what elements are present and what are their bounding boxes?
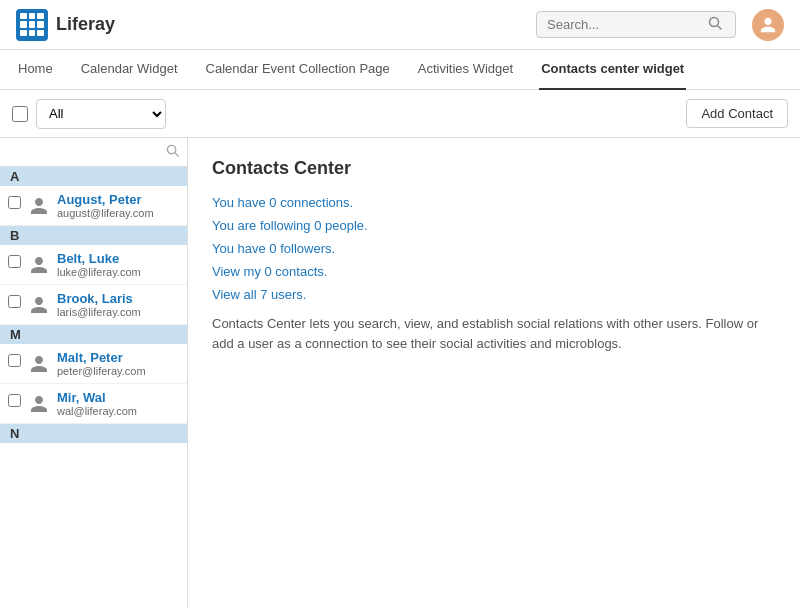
contact-avatar-icon [27,253,51,277]
avatar[interactable] [752,9,784,41]
contact-avatar-icon [27,293,51,317]
nav-item-activities-widget[interactable]: Activities Widget [416,50,515,90]
sidebar-search-icon [166,144,179,160]
logo-grid-icon [16,9,48,41]
contact-checkbox[interactable] [8,295,21,308]
contact-checkbox[interactable] [8,196,21,209]
contact-email: luke@liferay.com [57,266,141,278]
add-contact-button[interactable]: Add Contact [686,99,788,128]
contact-email: wal@liferay.com [57,405,137,417]
contact-info: Belt, Luke luke@liferay.com [57,251,141,278]
contact-email: august@liferay.com [57,207,154,219]
contact-name[interactable]: Belt, Luke [57,251,141,266]
following-link[interactable]: You are following 0 people. [212,218,776,233]
followers-link[interactable]: You have 0 followers. [212,241,776,256]
panel-description: Contacts Center lets you search, view, a… [212,314,776,353]
nav-item-home[interactable]: Home [16,50,55,90]
contact-email: laris@liferay.com [57,306,141,318]
contacts-center-panel: Contacts Center You have 0 connections. … [188,138,800,608]
contact-avatar-icon [27,194,51,218]
alpha-header-n: N [0,424,187,443]
logo: Liferay [16,9,115,41]
panel-title: Contacts Center [212,158,776,179]
search-icon [708,16,722,33]
contact-checkbox[interactable] [8,354,21,367]
select-all-checkbox[interactable] [12,106,28,122]
nav-item-contacts-widget[interactable]: Contacts center widget [539,50,686,90]
contact-checkbox[interactable] [8,394,21,407]
contacts-sidebar: A August, Peter august@liferay.com B [0,138,188,608]
contact-name[interactable]: Mir, Wal [57,390,137,405]
search-bar[interactable] [536,11,736,38]
svg-line-3 [175,153,178,156]
contact-name[interactable]: August, Peter [57,192,154,207]
list-item[interactable]: August, Peter august@liferay.com [0,186,187,226]
list-item[interactable]: Mir, Wal wal@liferay.com [0,384,187,424]
toolbar: All Connections Following Followers Add … [0,90,800,138]
main-content: A August, Peter august@liferay.com B [0,138,800,608]
contact-email: peter@liferay.com [57,365,146,377]
contact-info: Mir, Wal wal@liferay.com [57,390,137,417]
search-input[interactable] [547,17,702,32]
contact-list: A August, Peter august@liferay.com B [0,167,187,608]
contact-info: Malt, Peter peter@liferay.com [57,350,146,377]
all-users-link[interactable]: View all 7 users. [212,287,776,302]
contact-avatar-icon [27,392,51,416]
nav-item-calendar-widget[interactable]: Calendar Widget [79,50,180,90]
contact-avatar-icon [27,352,51,376]
list-item[interactable]: Malt, Peter peter@liferay.com [0,344,187,384]
contact-name[interactable]: Malt, Peter [57,350,146,365]
contact-name[interactable]: Brook, Laris [57,291,141,306]
alpha-header-m: M [0,325,187,344]
sidebar-search-input[interactable] [8,145,166,160]
list-item[interactable]: Belt, Luke luke@liferay.com [0,245,187,285]
nav-item-calendar-event[interactable]: Calendar Event Collection Page [204,50,392,90]
sidebar-search-bar[interactable] [0,138,187,167]
svg-line-1 [718,26,722,30]
navigation: Home Calendar Widget Calendar Event Coll… [0,50,800,90]
filter-select[interactable]: All Connections Following Followers [36,99,166,129]
header: Liferay [0,0,800,50]
connections-link[interactable]: You have 0 connections. [212,195,776,210]
contact-info: Brook, Laris laris@liferay.com [57,291,141,318]
list-item[interactable]: Brook, Laris laris@liferay.com [0,285,187,325]
alpha-header-a: A [0,167,187,186]
logo-text: Liferay [56,14,115,35]
contact-checkbox[interactable] [8,255,21,268]
alpha-header-b: B [0,226,187,245]
contact-info: August, Peter august@liferay.com [57,192,154,219]
my-contacts-link[interactable]: View my 0 contacts. [212,264,776,279]
